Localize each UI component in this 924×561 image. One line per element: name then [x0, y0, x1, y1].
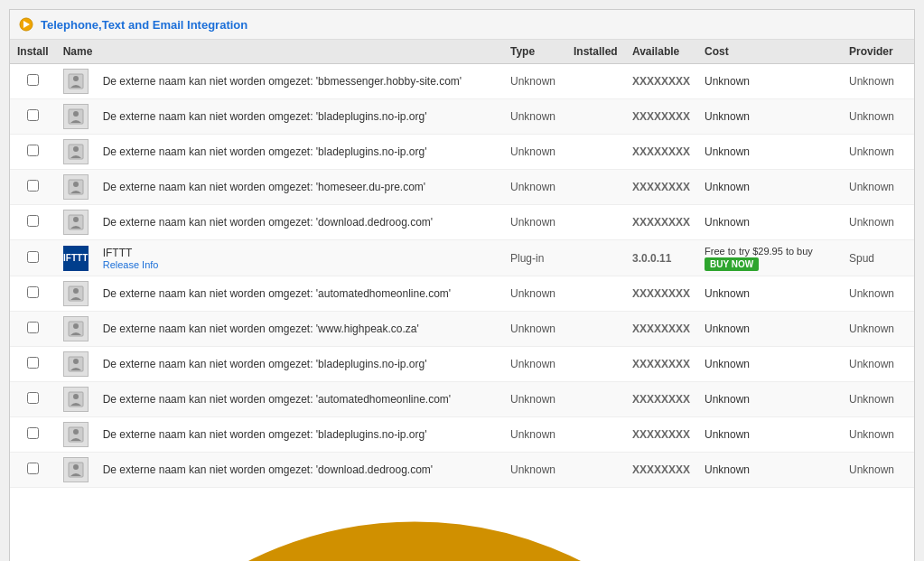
install-checkbox[interactable]	[27, 74, 39, 86]
install-cell	[10, 170, 56, 205]
plugin-svg	[67, 461, 85, 479]
plugin-installed	[566, 205, 625, 240]
table-row: De externe naam kan niet worden omgezet:…	[10, 347, 914, 382]
cost-text: Free to try $29.95 to buy	[705, 246, 813, 257]
install-cell	[10, 312, 56, 347]
plugin-type: Unknown	[503, 453, 566, 488]
col-provider: Provider	[842, 40, 914, 64]
plugin-available: XXXXXXXX	[625, 382, 697, 417]
plugin-icon-cell	[56, 453, 96, 488]
plugin-type: Unknown	[503, 205, 566, 240]
plugin-provider: Unknown	[842, 276, 914, 312]
plugin-provider: Unknown	[842, 453, 914, 488]
install-cell	[10, 99, 56, 135]
col-installed: Installed	[566, 40, 625, 64]
install-checkbox[interactable]	[27, 392, 39, 404]
telephone-section-header[interactable]: Telephone,Text and Email Integration	[10, 10, 914, 40]
install-cell	[10, 205, 56, 240]
plugin-installed	[566, 64, 625, 99]
install-checkbox[interactable]	[27, 427, 39, 439]
install-checkbox[interactable]	[27, 145, 39, 156]
plugin-available: 3.0.0.11	[625, 240, 697, 276]
plugin-type: Plug-in	[503, 240, 566, 276]
plugin-svg	[67, 213, 85, 231]
bottom-sections: Thermostat / HVAC User Interfaces	[10, 490, 914, 561]
plugin-name: De externe naam kan niet worden omgezet:…	[96, 276, 503, 312]
table-row: De externe naam kan niet worden omgezet:…	[10, 417, 914, 453]
default-plugin-icon	[63, 422, 89, 447]
thermostat-arrow-icon	[19, 497, 810, 561]
plugin-name: De externe naam kan niet worden omgezet:…	[96, 312, 503, 347]
plugin-provider: Unknown	[842, 382, 914, 417]
plugin-icon-cell: IFTTT	[56, 240, 96, 276]
release-info-link[interactable]: Release Info	[103, 259, 496, 270]
plugin-svg	[67, 178, 85, 196]
plugin-installed	[566, 135, 625, 170]
plugin-type: Unknown	[503, 417, 566, 453]
default-plugin-icon	[63, 139, 89, 164]
plugin-cost: Unknown	[697, 99, 842, 135]
plugin-svg	[67, 425, 85, 444]
plugin-svg	[67, 355, 85, 373]
svg-point-19	[73, 394, 79, 399]
plugin-installed	[566, 382, 625, 417]
install-checkbox[interactable]	[27, 463, 39, 474]
plugin-svg	[67, 143, 85, 161]
install-cell	[10, 417, 56, 453]
install-checkbox[interactable]	[27, 357, 39, 369]
plugin-provider: Unknown	[842, 417, 914, 453]
default-plugin-icon	[63, 351, 89, 377]
telephone-section-title[interactable]: Telephone,Text and Email Integration	[41, 18, 247, 32]
default-plugin-icon	[63, 457, 89, 482]
plugin-svg	[67, 108, 85, 126]
table-row: De externe naam kan niet worden omgezet:…	[10, 135, 914, 170]
plugin-installed	[566, 170, 625, 205]
plugin-name: De externe naam kan niet worden omgezet:…	[96, 99, 503, 135]
plugin-svg	[67, 72, 85, 90]
plugin-installed	[566, 240, 625, 276]
svg-point-9	[73, 182, 79, 187]
plugin-type: Unknown	[503, 135, 566, 170]
plugin-name: De externe naam kan niet worden omgezet:…	[96, 135, 503, 170]
plugin-cost: Unknown	[697, 64, 842, 99]
plugin-type: Unknown	[503, 64, 566, 99]
plugin-icon-cell	[56, 135, 96, 170]
plugin-svg	[67, 320, 85, 338]
install-cell	[10, 135, 56, 170]
default-plugin-icon	[63, 104, 89, 129]
plugin-provider: Unknown	[842, 170, 914, 205]
table-row: IFTTTIFTTTRelease InfoPlug-in3.0.0.11Fre…	[10, 240, 914, 276]
svg-point-23	[73, 464, 79, 470]
plugin-name: De externe naam kan niet worden omgezet:…	[96, 417, 503, 453]
install-checkbox[interactable]	[27, 251, 39, 263]
plugin-icon-cell	[56, 99, 96, 135]
table-row: De externe naam kan niet worden omgezet:…	[10, 205, 914, 240]
plugin-svg	[67, 285, 85, 303]
install-checkbox[interactable]	[27, 286, 39, 298]
buy-now-button[interactable]: BUY NOW	[705, 257, 759, 271]
plugin-cost: Unknown	[697, 276, 842, 312]
plugin-name-cell: IFTTTRelease Info	[96, 240, 503, 276]
plugin-available: XXXXXXXX	[625, 453, 697, 488]
install-checkbox[interactable]	[27, 322, 39, 333]
plugin-cost: Unknown	[697, 382, 842, 417]
main-container: Telephone,Text and Email Integration Ins…	[9, 9, 915, 561]
plugin-installed	[566, 312, 625, 347]
plugin-provider: Unknown	[842, 135, 914, 170]
default-plugin-icon	[63, 69, 89, 94]
default-plugin-icon	[63, 210, 89, 235]
thermostat-section-header[interactable]: Thermostat / HVAC	[10, 490, 914, 561]
install-checkbox[interactable]	[27, 180, 39, 192]
plugin-type: Unknown	[503, 312, 566, 347]
plugin-cost: Unknown	[697, 135, 842, 170]
plugin-icon-cell	[56, 347, 96, 382]
plugin-name: De externe naam kan niet worden omgezet:…	[96, 382, 503, 417]
table-header-row: Install Name Type Installed Available Co…	[10, 40, 914, 64]
plugin-provider: Spud	[842, 240, 914, 276]
install-cell	[10, 347, 56, 382]
table-row: De externe naam kan niet worden omgezet:…	[10, 64, 914, 99]
plugin-available: XXXXXXXX	[625, 99, 697, 135]
plugin-available: XXXXXXXX	[625, 170, 697, 205]
install-checkbox[interactable]	[27, 215, 39, 227]
install-checkbox[interactable]	[27, 109, 39, 121]
